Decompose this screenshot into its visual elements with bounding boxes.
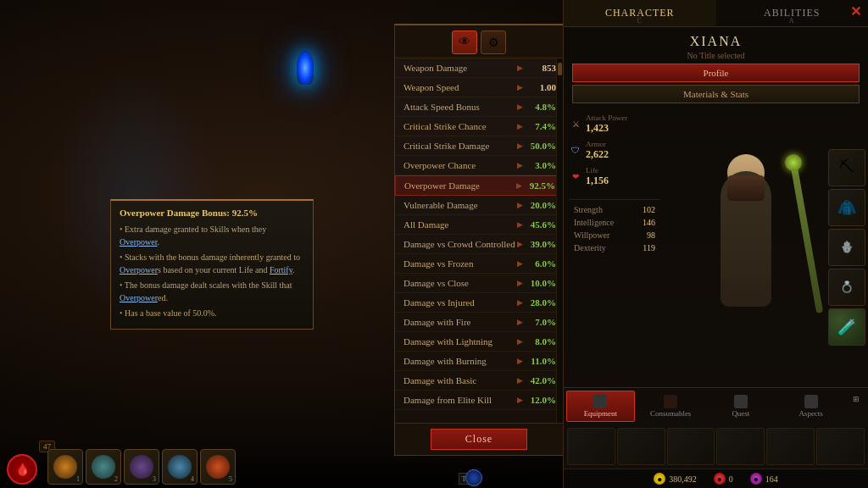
skill-slot-1[interactable]: 1 xyxy=(47,449,83,485)
materials-stats-button[interactable]: Materials & Stats xyxy=(572,85,860,103)
stat-value-0: 853 xyxy=(526,63,556,73)
tab-quest[interactable]: Quest xyxy=(707,391,776,422)
tab-equipment[interactable]: Equipment xyxy=(566,391,635,422)
equip-cell-6[interactable] xyxy=(816,428,865,465)
panel-close-x[interactable]: ✕ xyxy=(850,3,861,19)
quest-tab-icon xyxy=(734,395,748,408)
gem-currency: ● 164 xyxy=(750,473,778,485)
stat-name-15: Damage with Burning xyxy=(403,356,517,366)
skill-icon-4 xyxy=(168,455,192,479)
stat-row-16[interactable]: Damage with Basic▶42.0% xyxy=(395,371,563,391)
stat-arrow-12: ▶ xyxy=(517,298,523,307)
aspects-tab-icon xyxy=(804,395,818,408)
stat-row-4[interactable]: Critical Strike Damage▶50.0% xyxy=(395,136,563,156)
health-potion[interactable]: 🩸 xyxy=(7,454,37,485)
profile-button[interactable]: Profile xyxy=(572,64,860,82)
skill-icon-2 xyxy=(92,455,115,479)
gold-currency: ● 380,492 xyxy=(654,473,697,485)
stat-value-2: 4.8% xyxy=(526,102,556,112)
stat-arrow-2: ▶ xyxy=(517,103,523,111)
close-btn-bar: Close xyxy=(395,423,563,455)
skill-slot-5[interactable]: 5 xyxy=(200,449,236,485)
stat-arrow-7: ▶ xyxy=(517,201,523,209)
close-button[interactable]: Close xyxy=(431,429,527,450)
stat-value-9: 39.0% xyxy=(526,239,556,249)
equip-slot-potion[interactable]: 🧪 xyxy=(828,308,865,346)
equipment-grid xyxy=(564,424,868,469)
config-view-btn[interactable]: ⚙ xyxy=(481,30,506,54)
stat-row-14[interactable]: Damage with Lightning▶8.0% xyxy=(395,332,563,352)
tab-abilities[interactable]: ABILITIES A xyxy=(716,0,869,26)
dexterity-row: Dexterity 119 xyxy=(574,241,655,254)
stat-row-0[interactable]: Weapon Damage▶853 xyxy=(395,58,563,78)
tooltip-content: Extra damage granted to Skills when they… xyxy=(120,223,304,319)
character-silhouette xyxy=(695,154,797,341)
stat-arrow-0: ▶ xyxy=(517,64,523,72)
tab-character[interactable]: CHARACTER C xyxy=(564,0,716,26)
equip-cell-2[interactable] xyxy=(617,428,665,465)
stat-name-9: Damage vs Crowd Controlled xyxy=(403,239,517,249)
equip-cell-4[interactable] xyxy=(716,428,765,465)
gem-value: 164 xyxy=(765,474,778,484)
stat-value-10: 6.0% xyxy=(526,258,556,269)
stat-name-0: Weapon Damage xyxy=(403,63,517,73)
skill-icon-3 xyxy=(130,455,153,479)
stat-value-17: 12.0% xyxy=(526,395,556,405)
char-info-section: XIANA No Title selected Profile Material… xyxy=(564,27,868,107)
skill-icon-5 xyxy=(206,455,230,479)
stats-scrollbar[interactable] xyxy=(556,58,563,423)
stat-row-5[interactable]: Overpower Chance▶3.0% xyxy=(395,156,563,175)
stat-value-4: 50.0% xyxy=(526,141,556,151)
equip-slot-ring[interactable]: 💍 xyxy=(828,269,865,306)
potion-icon: 🧪 xyxy=(837,318,856,336)
equip-slot-chest[interactable]: 🧥 xyxy=(828,189,865,226)
helm-icon: ⛏ xyxy=(839,158,854,176)
stat-row-15[interactable]: Damage with Burning▶11.0% xyxy=(395,352,563,371)
equip-cell-3[interactable] xyxy=(667,428,715,465)
skill-slot-3[interactable]: 3 xyxy=(124,449,159,485)
equip-cell-1[interactable] xyxy=(567,428,615,465)
equip-cell-5[interactable] xyxy=(766,428,815,465)
stat-name-14: Damage with Lightning xyxy=(403,336,517,347)
stat-row-1[interactable]: Weapon Speed▶1.00 xyxy=(395,78,563,97)
equip-slot-helm[interactable]: ⛏ xyxy=(828,149,865,186)
stat-row-17[interactable]: Damage from Elite Kill▶12.0% xyxy=(395,391,563,410)
gem-icon: ● xyxy=(750,473,762,485)
attack-power-stat: ⚔ Attack Power 1,423 xyxy=(569,114,660,135)
tooltip-title: Overpower Damage Bonus: 92.5% xyxy=(120,208,304,218)
stat-name-1: Weapon Speed xyxy=(403,82,517,92)
stat-row-9[interactable]: Damage vs Crowd Controlled▶39.0% xyxy=(395,235,563,254)
tab-consumables[interactable]: Consumables xyxy=(637,391,705,422)
tab-filter-btn[interactable]: ⊞ xyxy=(847,391,865,422)
equip-slots-right: ⛏ 🧥 🪬 💍 🧪 xyxy=(826,107,868,387)
scroll-thumb xyxy=(558,63,562,75)
stat-row-12[interactable]: Damage vs Injured▶28.0% xyxy=(395,293,563,313)
stat-row-13[interactable]: Damage with Fire▶7.0% xyxy=(395,313,563,332)
chest-icon: 🧥 xyxy=(837,198,856,217)
stat-value-7: 20.0% xyxy=(526,200,556,210)
stat-row-8[interactable]: All Damage▶45.6% xyxy=(395,215,563,235)
stats-list-container: Weapon Damage▶853Weapon Speed▶1.00Attack… xyxy=(395,58,563,423)
stat-name-2: Attack Speed Bonus xyxy=(403,102,517,112)
equip-slot-gloves[interactable]: 🪬 xyxy=(828,229,865,266)
stat-row-7[interactable]: Vulnerable Damage▶20.0% xyxy=(395,196,563,215)
stat-arrow-4: ▶ xyxy=(517,141,523,150)
stat-row-11[interactable]: Damage vs Close▶10.0% xyxy=(395,274,563,293)
portal-icon[interactable] xyxy=(465,469,482,486)
character-model xyxy=(665,107,826,387)
tab-aspects[interactable]: Aspects xyxy=(776,391,845,422)
life-stat: ❤ Life 1,156 xyxy=(569,166,660,187)
stat-row-6[interactable]: Overpower Damage▶92.5% xyxy=(395,175,563,196)
armor-icon: 🛡 xyxy=(569,144,582,158)
stat-row-2[interactable]: Attack Speed Bonus▶4.8% xyxy=(395,97,563,117)
stats-view-btn[interactable]: 👁 xyxy=(452,30,477,54)
skill-slot-4[interactable]: 4 xyxy=(162,449,198,485)
stat-value-6: 92.5% xyxy=(526,180,555,191)
gloves-icon: 🪬 xyxy=(840,241,854,254)
skill-slot-2[interactable]: 2 xyxy=(86,449,121,485)
char-stats-left: ⚔ Attack Power 1,423 🛡 Armor 2,622 ❤ Lif… xyxy=(564,107,665,387)
stat-row-10[interactable]: Damage vs Frozen▶6.0% xyxy=(395,254,563,274)
stat-value-16: 42.0% xyxy=(526,375,556,385)
stat-row-3[interactable]: Critical Strike Chance▶7.4% xyxy=(395,117,563,136)
stat-name-17: Damage from Elite Kill xyxy=(403,395,517,405)
